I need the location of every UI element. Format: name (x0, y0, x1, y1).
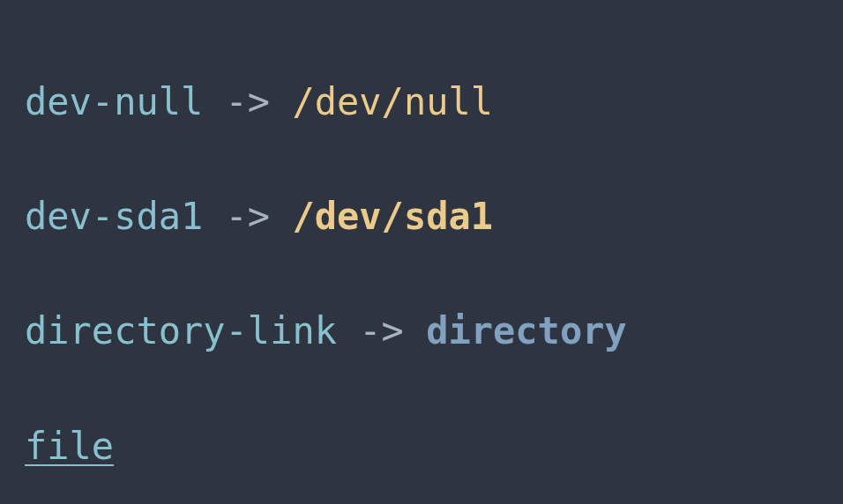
filename: file (25, 425, 114, 468)
listing-row: dev-sda1 -> /dev/sda1 (25, 188, 818, 245)
listing-row: dev-null -> /dev/null (25, 73, 818, 130)
symlink-target: /dev/null (292, 80, 493, 123)
terminal-output: dev-null -> /dev/null dev-sda1 -> /dev/s… (0, 0, 843, 504)
listing-row: directory-link -> directory (25, 302, 818, 359)
symlink-arrow: -> (337, 309, 426, 352)
filename: dev-sda1 (25, 195, 203, 238)
filename: directory-link (25, 309, 337, 352)
symlink-target: directory (426, 309, 627, 352)
listing-row: file (25, 418, 818, 475)
filename: dev-null (25, 80, 203, 123)
symlink-target: /dev/sda1 (292, 195, 493, 238)
symlink-arrow: -> (203, 80, 292, 123)
symlink-arrow: -> (203, 195, 292, 238)
